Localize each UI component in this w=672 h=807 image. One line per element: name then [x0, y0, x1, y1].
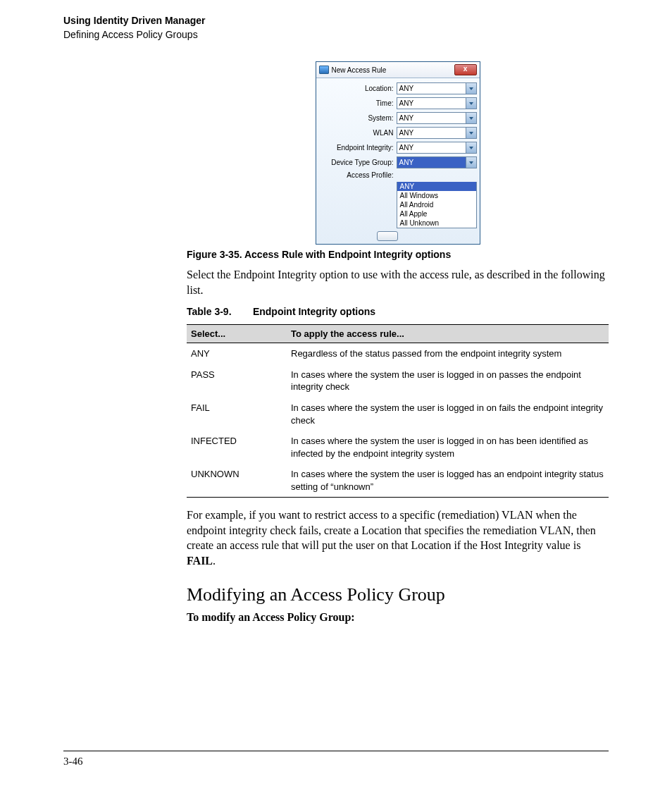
chevron-down-icon [466, 157, 476, 168]
table-row: FAIL In cases where the system the user … [187, 398, 609, 431]
dialog-button-partial[interactable] [377, 231, 398, 241]
para-text: For example, if you want to restrict acc… [187, 509, 596, 551]
option-desc: In cases where the system the user is lo… [287, 364, 609, 398]
endpoint-integrity-options-table: Select... To apply the access rule... AN… [187, 324, 609, 498]
system-combobox[interactable]: ANY [397, 112, 477, 124]
option-desc: In cases where the system the user is lo… [287, 398, 609, 431]
dropdown-option[interactable]: All Unknown [397, 218, 476, 228]
table-number: Table 3-9. [187, 306, 250, 317]
page-header: Using Identity Driven Manager Defining A… [63, 14, 609, 42]
procedure-intro: To modify an Access Policy Group: [187, 611, 609, 624]
device-type-group-dropdown[interactable]: ANY All Windows All Android All Apple Al… [397, 182, 477, 228]
chevron-down-icon [466, 142, 476, 153]
dialog-titlebar: New Access Rule x [316, 62, 480, 78]
chevron-down-icon [466, 128, 476, 138]
table-caption: Table 3-9. Endpoint Integrity options [187, 306, 609, 317]
figure-caption: Figure 3-35. Access Rule with Endpoint I… [187, 249, 609, 260]
option-desc: Regardless of the status passed from the… [287, 343, 609, 364]
table-header-select: Select... [187, 325, 287, 343]
table-row: INFECTED In cases where the system the u… [187, 431, 609, 464]
dropdown-option[interactable]: All Android [397, 200, 476, 209]
system-value: ANY [397, 113, 466, 123]
endpoint-integrity-value: ANY [397, 142, 466, 153]
chapter-title: Using Identity Driven Manager [63, 14, 609, 28]
option-desc: In cases where the system the user is lo… [287, 464, 609, 498]
endpoint-integrity-combobox[interactable]: ANY [397, 142, 477, 154]
table-row: PASS In cases where the system the user … [187, 364, 609, 398]
para-bold: FAIL [187, 555, 213, 567]
location-combobox[interactable]: ANY [397, 82, 477, 94]
figure: New Access Rule x Location: ANY Time: [187, 61, 609, 245]
chevron-down-icon [466, 113, 476, 123]
new-access-rule-dialog: New Access Rule x Location: ANY Time: [316, 61, 480, 245]
close-button[interactable]: x [454, 64, 477, 75]
section-title: Defining Access Policy Groups [63, 28, 609, 42]
location-value: ANY [397, 83, 466, 94]
wlan-value: ANY [397, 128, 466, 138]
option-name: PASS [187, 364, 287, 398]
time-label: Time: [319, 99, 397, 107]
location-label: Location: [319, 85, 397, 92]
section-heading: Modifying an Access Policy Group [187, 584, 609, 605]
option-name: FAIL [187, 398, 287, 431]
chevron-down-icon [466, 83, 476, 94]
device-type-group-combobox[interactable]: ANY [397, 156, 477, 168]
table-row: ANY Regardless of the status passed from… [187, 343, 609, 364]
wlan-combobox[interactable]: ANY [397, 127, 477, 139]
table-title: Endpoint Integrity options [253, 306, 375, 317]
table-row: UNKNOWN In cases where the system the us… [187, 464, 609, 498]
window-monitor-icon [319, 66, 329, 74]
page-number: 3-46 [63, 756, 609, 768]
table-header-apply: To apply the access rule... [287, 325, 609, 343]
access-profile-label: Access Profile: [319, 171, 397, 179]
wlan-label: WLAN [319, 129, 397, 137]
option-name: ANY [187, 343, 287, 364]
chevron-down-icon [466, 98, 476, 109]
dropdown-option[interactable]: ANY [397, 182, 476, 191]
option-name: INFECTED [187, 431, 287, 464]
device-type-group-label: Device Type Group: [319, 159, 397, 166]
footer-rule [63, 751, 609, 751]
dropdown-option[interactable]: All Windows [397, 191, 476, 200]
para-text: . [213, 555, 216, 567]
dropdown-option[interactable]: All Apple [397, 209, 476, 218]
dialog-title: New Access Rule [332, 66, 454, 74]
option-desc: In cases where the system the user is lo… [287, 431, 609, 464]
body-paragraph: Select the Endpoint Integrity option to … [187, 267, 609, 297]
dialog-body: Location: ANY Time: ANY [316, 78, 480, 244]
device-type-group-value: ANY [397, 157, 466, 168]
option-name: UNKNOWN [187, 464, 287, 498]
body-paragraph: For example, if you want to restrict acc… [187, 507, 609, 568]
time-combobox[interactable]: ANY [397, 97, 477, 109]
endpoint-integrity-label: Endpoint Integrity: [319, 144, 397, 152]
system-label: System: [319, 114, 397, 122]
time-value: ANY [397, 98, 466, 109]
